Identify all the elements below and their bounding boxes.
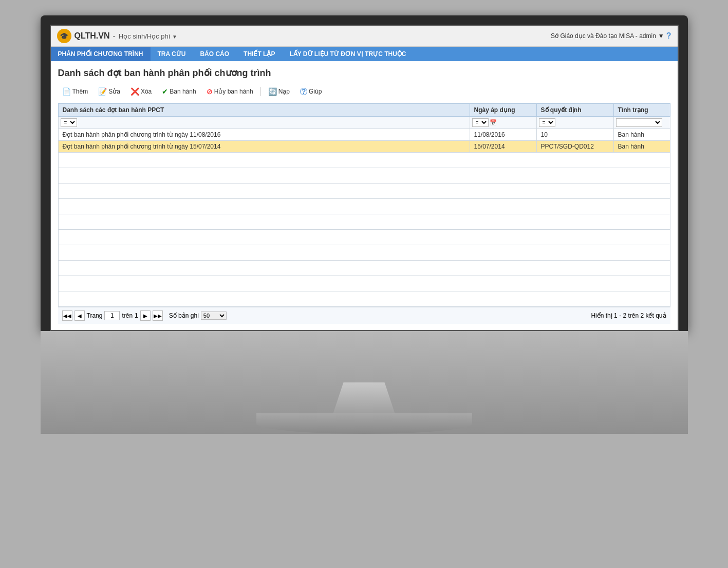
calendar-icon: 📅 — [490, 119, 497, 126]
empty-row — [58, 230, 670, 245]
monitor-frame: 🎓 QLTH.VN - Học sinh/Học phí ▼ Sở Giáo d… — [41, 15, 688, 331]
first-page-button[interactable]: ◀◀ — [62, 310, 72, 321]
monitor-stand — [41, 331, 688, 434]
nav-item-thietlap[interactable]: THIẾT LẬP — [236, 47, 282, 61]
row2-date: 15/07/2014 — [470, 141, 536, 153]
add-button[interactable]: 📄 Thêm — [58, 86, 92, 97]
help-button[interactable]: ? Giúp — [296, 86, 326, 97]
add-icon: 📄 — [62, 87, 71, 96]
total-pages: 1 — [135, 312, 138, 319]
filter-status-cell: Ban hành — [613, 117, 670, 129]
empty-row — [58, 153, 670, 168]
prev-page-button[interactable]: ◀ — [74, 310, 85, 321]
toolbar-separator — [260, 87, 261, 96]
row2-name: Đợt ban hành phân phối chương trình từ n… — [58, 141, 470, 153]
filter-date-operator[interactable]: =: — [472, 118, 489, 127]
toolbar: 📄 Thêm 📝 Sửa ❌ Xóa ✔ Ban hành ⊘ Hủy — [58, 84, 670, 99]
monitor-base — [256, 413, 472, 434]
filter-decision-operator[interactable]: =: — [539, 118, 555, 127]
monitor-neck — [313, 382, 416, 413]
col-header-decision: Số quyết định — [536, 104, 613, 117]
cancel-publish-button[interactable]: ⊘ Hủy ban hành — [202, 86, 257, 97]
logo-separator: - — [113, 31, 116, 41]
nav-item-baocao[interactable]: BÁO CÁO — [193, 47, 236, 61]
help-icon: ? — [300, 88, 307, 95]
filter-status-select[interactable]: Ban hành — [616, 118, 662, 127]
pagination: ◀◀ ◀ Trang trên 1 ▶ ▶▶ Số bản ghi 50 25 … — [58, 307, 670, 324]
empty-row — [58, 199, 670, 214]
monitor-bottom-area — [41, 331, 688, 434]
filter-name-cell: =: — [58, 117, 470, 129]
empty-row — [58, 214, 670, 230]
row1-date: 11/08/2016 — [470, 129, 536, 141]
row2-decision: PPCT/SGD-QD012 — [536, 141, 613, 153]
pagination-summary: Hiển thị 1 - 2 trên 2 kết quả — [591, 312, 666, 319]
col-header-date: Ngày áp dụng — [470, 104, 536, 117]
page-label: Trang — [87, 312, 103, 319]
records-per-page-label: Số bản ghi — [169, 312, 199, 319]
empty-row — [58, 184, 670, 199]
app-user: Sở Giáo dục và Đào tạo MISA - admin ▼ ? — [551, 31, 671, 41]
help-circle-icon[interactable]: ? — [666, 31, 671, 41]
edit-button[interactable]: 📝 Sửa — [94, 86, 124, 97]
publish-button[interactable]: ✔ Ban hành — [158, 86, 200, 97]
data-table: Danh sách các đợt ban hành PPCT Ngày áp … — [58, 103, 670, 307]
page-title: Danh sách đợt ban hành phân phối chương … — [58, 67, 670, 79]
filter-name-operator[interactable]: =: — [61, 118, 77, 127]
monitor-screen: 🎓 QLTH.VN - Học sinh/Học phí ▼ Sở Giáo d… — [50, 25, 679, 331]
row1-status: Ban hành — [613, 129, 670, 141]
edit-icon: 📝 — [98, 87, 107, 96]
col-header-status: Tình trạng — [613, 104, 670, 117]
row1-name: Đợt ban hành phân phối chương trình từ n… — [58, 129, 470, 141]
page-content: Danh sách đợt ban hành phân phối chương … — [51, 61, 678, 330]
delete-icon: ❌ — [130, 87, 139, 96]
col-header-name: Danh sách các đợt ban hành PPCT — [58, 104, 470, 117]
cancel-publish-icon: ⊘ — [207, 87, 213, 96]
page-input[interactable] — [104, 311, 120, 320]
empty-row — [58, 245, 670, 261]
row2-status: Ban hành — [613, 141, 670, 153]
nav-item-tracuu[interactable]: TRA CỨU — [151, 47, 193, 61]
empty-row — [58, 276, 670, 291]
nav-item-ppct[interactable]: PHÂN PHỐI CHƯƠNG TRÌNH — [51, 47, 151, 61]
user-dropdown-icon[interactable]: ▼ — [658, 32, 664, 40]
of-label: trên — [122, 312, 133, 319]
filter-decision-cell: =: — [536, 117, 613, 129]
load-icon: 🔄 — [268, 87, 277, 96]
filter-date-cell: =: 📅 — [470, 117, 536, 129]
empty-row — [58, 291, 670, 307]
empty-row — [58, 261, 670, 276]
app-logo: 🎓 QLTH.VN - Học sinh/Học phí ▼ — [57, 29, 177, 43]
pagination-left: ◀◀ ◀ Trang trên 1 ▶ ▶▶ Số bản ghi 50 25 … — [62, 310, 227, 321]
delete-button[interactable]: ❌ Xóa — [126, 86, 156, 97]
dropdown-arrow-icon: ▼ — [172, 34, 177, 40]
next-page-button[interactable]: ▶ — [140, 310, 151, 321]
row1-decision: 10 — [536, 129, 613, 141]
publish-icon: ✔ — [162, 87, 168, 96]
logo-subtitle[interactable]: Học sinh/Học phí ▼ — [119, 32, 177, 40]
logo-icon: 🎓 — [57, 29, 71, 43]
empty-row — [58, 168, 670, 184]
last-page-button[interactable]: ▶▶ — [153, 310, 163, 321]
table-row[interactable]: Đợt ban hành phân phối chương trình từ n… — [58, 141, 670, 153]
load-button[interactable]: 🔄 Nạp — [264, 86, 294, 97]
records-per-page-select[interactable]: 50 25 100 — [201, 312, 227, 320]
nav-bar: PHÂN PHỐI CHƯƠNG TRÌNH TRA CỨU BÁO CÁO T… — [51, 47, 678, 61]
logo-text: QLTH.VN — [74, 31, 110, 41]
app-header: 🎓 QLTH.VN - Học sinh/Học phí ▼ Sở Giáo d… — [51, 26, 678, 47]
table-row[interactable]: Đợt ban hành phân phối chương trình từ n… — [58, 129, 670, 141]
nav-item-laydulieu[interactable]: LẤY DỮ LIỆU TỪ ĐƠN VỊ TRỰC THUỘC — [282, 47, 413, 61]
